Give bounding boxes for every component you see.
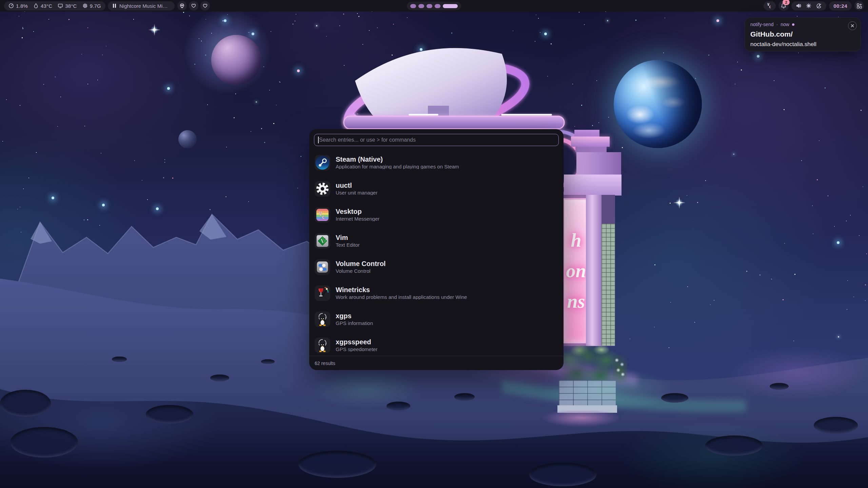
steam-icon <box>315 155 330 170</box>
sign-letter: ns <box>567 292 585 311</box>
storefront-neon-window: honns <box>563 198 589 343</box>
list-item[interactable]: Steam (Native) Application for managing … <box>309 149 564 176</box>
notification-header: notify-send · now <box>750 22 855 27</box>
list-item[interactable]: uuctl User unit manager <box>309 176 564 202</box>
media-player-pill[interactable]: Nightcore Music Mix 20… <box>108 1 175 11</box>
cpu-value: 1.8% <box>16 3 28 9</box>
quick-settings-pill <box>791 1 826 11</box>
workspace-5-active[interactable] <box>443 4 458 8</box>
app-name: Vim <box>336 234 360 241</box>
list-item[interactable]: xgpsspeed GPS speedometer <box>309 332 564 358</box>
cpu-temp-value: 43°C <box>41 3 52 9</box>
cpu-temp-stat: 43°C <box>33 3 52 9</box>
skull-icon <box>179 3 185 8</box>
search-input[interactable] <box>314 134 559 146</box>
workspace-3[interactable] <box>427 4 432 8</box>
notification-badge: 2 <box>783 0 790 5</box>
grid-plus-icon <box>856 3 862 9</box>
gpu-temp-value: 38°C <box>65 3 77 9</box>
skull-button[interactable] <box>177 1 187 11</box>
svg-text:V: V <box>320 237 325 245</box>
bar-right-cluster: VC 2 00:24 <box>764 1 864 11</box>
notification-time: now <box>781 22 789 27</box>
heart-button[interactable] <box>200 1 210 11</box>
launcher-footer: 62 results <box>309 356 564 370</box>
cpu-stat: 1.8% <box>8 3 28 9</box>
notification-separator: · <box>776 22 778 27</box>
app-list: Steam (Native) Application for managing … <box>309 149 564 358</box>
app-description: Internet Messenger <box>336 216 379 221</box>
heart-icon <box>191 3 196 8</box>
pause-icon[interactable] <box>112 3 117 8</box>
app-name: Steam (Native) <box>336 156 459 163</box>
app-description: GPS speedometer <box>336 347 377 352</box>
close-icon[interactable] <box>848 21 857 30</box>
memory-stat: 9.7G <box>82 3 101 9</box>
vesktop-tray-button[interactable]: VC <box>764 1 776 11</box>
sign-letter: on <box>566 261 586 280</box>
svg-text:C: C <box>769 5 771 9</box>
vesktop-icon: VC <box>315 207 330 223</box>
top-bar: 1.8% 43°C 38°C 9.7G Nightcore Music Mix … <box>0 0 868 12</box>
notification-body: noctalia-dev/noctalia.shell <box>750 41 855 48</box>
droplet-icon <box>33 3 39 8</box>
notifications-button-wrap: 2 <box>778 1 789 11</box>
gauge-icon <box>8 3 14 8</box>
svg-text:C: C <box>322 214 325 220</box>
volume-icon <box>315 259 330 275</box>
workspace-indicator[interactable] <box>407 2 461 10</box>
heart-icon <box>202 3 208 8</box>
workspace-4[interactable] <box>435 4 440 8</box>
search-wrap <box>314 134 559 146</box>
notification-popup[interactable]: notify-send · now GitHub.com/ noctalia-d… <box>745 17 861 52</box>
vim-icon: V <box>315 233 330 249</box>
workspace-2[interactable] <box>418 4 424 8</box>
app-name: Winetricks <box>336 286 467 293</box>
memory-value: 9.7G <box>90 3 101 9</box>
sign-letter: h <box>571 231 581 250</box>
chip-icon <box>82 3 88 8</box>
winetricks-icon <box>315 285 330 301</box>
notification-source: notify-send <box>750 22 773 27</box>
results-count: 62 results <box>315 361 335 366</box>
app-description: Volume Control <box>336 268 386 273</box>
workspace-1[interactable] <box>410 4 416 8</box>
app-name: xgps <box>336 312 373 319</box>
app-description: Application for managing and playing gam… <box>336 164 459 169</box>
list-item[interactable]: VC Vesktop Internet Messenger <box>309 202 564 228</box>
app-description: Work around problems and install applica… <box>336 294 467 300</box>
heart-button[interactable] <box>189 1 198 11</box>
gpu-temp-stat: 38°C <box>58 3 77 9</box>
list-item[interactable]: xgps GPS information <box>309 306 564 332</box>
notification-title: GitHub.com/ <box>750 30 855 38</box>
dashboard-button[interactable] <box>854 1 864 11</box>
speaker-icon[interactable] <box>796 3 801 8</box>
app-name: uuctl <box>336 182 377 189</box>
gear-icon <box>315 181 330 197</box>
list-item[interactable]: Winetricks Work around problems and inst… <box>309 280 564 306</box>
app-name: Volume Control <box>336 260 386 267</box>
vesktop-tray-icon: VC <box>767 2 773 9</box>
quick-buttons <box>177 1 210 11</box>
xgpsspeed-icon <box>315 338 330 353</box>
app-name: xgpsspeed <box>336 339 377 345</box>
xgps-icon <box>315 311 330 327</box>
list-item[interactable]: Volume Control Volume Control <box>309 254 564 280</box>
app-description: User unit manager <box>336 190 377 195</box>
unread-dot <box>792 23 794 26</box>
app-description: GPS information <box>336 321 373 326</box>
app-description: Text Editor <box>336 242 360 247</box>
monitor-icon <box>58 3 63 8</box>
app-name: Vesktop <box>336 208 379 215</box>
text-caret <box>318 137 319 143</box>
moon-slash-icon[interactable] <box>816 3 822 9</box>
system-stats-pill[interactable]: 1.8% 43°C 38°C 9.7G <box>4 1 105 11</box>
flowers <box>612 354 627 383</box>
sun-icon[interactable] <box>806 3 811 8</box>
hedge <box>558 343 620 386</box>
list-item[interactable]: V Vim Text Editor <box>309 228 564 254</box>
app-launcher: Steam (Native) Application for managing … <box>309 129 564 370</box>
media-title: Nightcore Music Mix 20… <box>119 3 170 9</box>
clock[interactable]: 00:24 <box>829 1 852 11</box>
